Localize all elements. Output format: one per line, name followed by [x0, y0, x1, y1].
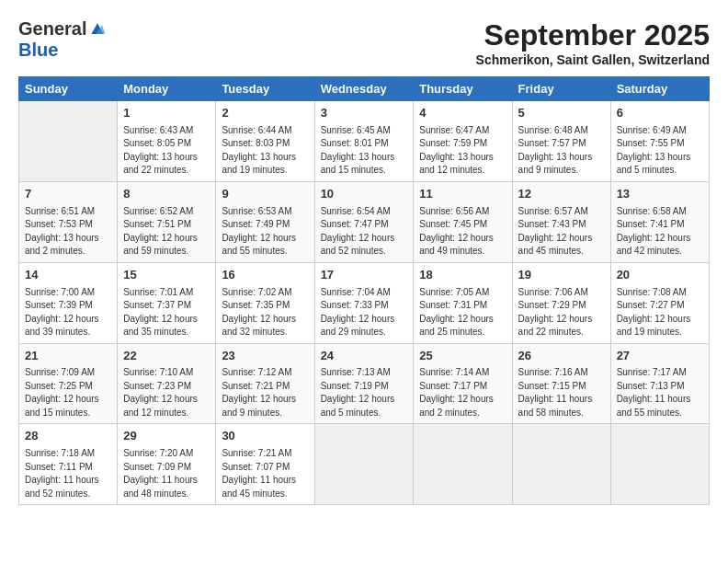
- day-info: Sunrise: 7:09 AMSunset: 7:25 PMDaylight:…: [25, 366, 111, 419]
- calendar-cell: [512, 424, 610, 505]
- day-info: Sunrise: 7:16 AMSunset: 7:15 PMDaylight:…: [518, 366, 605, 419]
- logo: General Blue: [18, 18, 107, 61]
- header-day-wednesday: Wednesday: [314, 77, 414, 101]
- day-info: Sunrise: 7:12 AMSunset: 7:21 PMDaylight:…: [222, 366, 308, 419]
- calendar-cell: [414, 424, 512, 505]
- day-info: Sunrise: 7:02 AMSunset: 7:35 PMDaylight:…: [222, 286, 308, 339]
- day-number: 13: [617, 186, 703, 203]
- day-info: Sunrise: 6:43 AMSunset: 8:05 PMDaylight:…: [123, 124, 210, 178]
- day-number: 20: [617, 267, 703, 284]
- day-number: 5: [518, 105, 605, 122]
- header-day-thursday: Thursday: [414, 77, 512, 101]
- week-row-4: 21Sunrise: 7:09 AMSunset: 7:25 PMDayligh…: [19, 343, 710, 424]
- day-number: 26: [518, 348, 605, 365]
- week-row-5: 28Sunrise: 7:18 AMSunset: 7:11 PMDayligh…: [19, 424, 710, 505]
- day-info: Sunrise: 7:18 AMSunset: 7:11 PMDaylight:…: [25, 447, 111, 500]
- day-number: 8: [123, 186, 210, 203]
- calendar-table: SundayMondayTuesdayWednesdayThursdayFrid…: [18, 76, 710, 505]
- week-row-2: 7Sunrise: 6:51 AMSunset: 7:53 PMDaylight…: [19, 181, 710, 262]
- day-info: Sunrise: 6:44 AMSunset: 8:03 PMDaylight:…: [222, 124, 308, 178]
- title-block: September 2025 Schmerikon, Saint Gallen,…: [476, 18, 710, 67]
- calendar-cell: 9Sunrise: 6:53 AMSunset: 7:49 PMDaylight…: [216, 181, 314, 262]
- day-info: Sunrise: 6:48 AMSunset: 7:57 PMDaylight:…: [518, 124, 605, 178]
- calendar-cell: 30Sunrise: 7:21 AMSunset: 7:07 PMDayligh…: [216, 424, 314, 505]
- day-number: 11: [419, 186, 506, 203]
- calendar-cell: 7Sunrise: 6:51 AMSunset: 7:53 PMDaylight…: [19, 181, 118, 262]
- day-info: Sunrise: 6:51 AMSunset: 7:53 PMDaylight:…: [25, 205, 111, 259]
- day-info: Sunrise: 6:54 AMSunset: 7:47 PMDaylight:…: [321, 205, 408, 259]
- day-number: 4: [419, 105, 506, 122]
- header-day-sunday: Sunday: [19, 77, 118, 101]
- header-day-monday: Monday: [118, 77, 216, 101]
- header-day-friday: Friday: [512, 77, 610, 101]
- day-info: Sunrise: 6:49 AMSunset: 7:55 PMDaylight:…: [617, 124, 703, 178]
- day-number: 7: [25, 186, 111, 203]
- location-title: Schmerikon, Saint Gallen, Switzerland: [476, 52, 710, 67]
- calendar-cell: 2Sunrise: 6:44 AMSunset: 8:03 PMDaylight…: [216, 101, 314, 182]
- day-info: Sunrise: 7:06 AMSunset: 7:29 PMDaylight:…: [518, 286, 605, 339]
- header-day-saturday: Saturday: [610, 77, 709, 101]
- day-number: 14: [25, 267, 111, 284]
- day-number: 17: [321, 267, 408, 284]
- page-header: General Blue September 2025 Schmerikon, …: [18, 18, 710, 67]
- day-info: Sunrise: 7:13 AMSunset: 7:19 PMDaylight:…: [321, 366, 408, 419]
- day-info: Sunrise: 6:53 AMSunset: 7:49 PMDaylight:…: [222, 205, 308, 259]
- day-info: Sunrise: 6:56 AMSunset: 7:45 PMDaylight:…: [419, 205, 506, 259]
- calendar-cell: 19Sunrise: 7:06 AMSunset: 7:29 PMDayligh…: [512, 262, 610, 343]
- logo-icon: [88, 20, 107, 39]
- calendar-cell: 13Sunrise: 6:58 AMSunset: 7:41 PMDayligh…: [610, 181, 709, 262]
- logo-blue: Blue: [18, 40, 58, 61]
- header-row: SundayMondayTuesdayWednesdayThursdayFrid…: [19, 77, 710, 101]
- day-info: Sunrise: 7:08 AMSunset: 7:27 PMDaylight:…: [617, 286, 703, 339]
- day-number: 15: [123, 267, 210, 284]
- day-number: 19: [518, 267, 605, 284]
- day-number: 21: [25, 348, 111, 365]
- calendar-cell: 15Sunrise: 7:01 AMSunset: 7:37 PMDayligh…: [118, 262, 216, 343]
- day-info: Sunrise: 6:58 AMSunset: 7:41 PMDaylight:…: [617, 205, 703, 259]
- calendar-cell: 6Sunrise: 6:49 AMSunset: 7:55 PMDaylight…: [610, 101, 709, 182]
- calendar-cell: 24Sunrise: 7:13 AMSunset: 7:19 PMDayligh…: [314, 343, 414, 424]
- day-number: 29: [123, 428, 210, 445]
- day-info: Sunrise: 7:01 AMSunset: 7:37 PMDaylight:…: [123, 286, 210, 339]
- day-number: 2: [222, 105, 308, 122]
- calendar-cell: 5Sunrise: 6:48 AMSunset: 7:57 PMDaylight…: [512, 101, 610, 182]
- calendar-cell: 16Sunrise: 7:02 AMSunset: 7:35 PMDayligh…: [216, 262, 314, 343]
- day-number: 3: [321, 105, 408, 122]
- calendar-cell: 27Sunrise: 7:17 AMSunset: 7:13 PMDayligh…: [610, 343, 709, 424]
- calendar-cell: 26Sunrise: 7:16 AMSunset: 7:15 PMDayligh…: [512, 343, 610, 424]
- calendar-cell: [19, 101, 118, 182]
- calendar-cell: 10Sunrise: 6:54 AMSunset: 7:47 PMDayligh…: [314, 181, 414, 262]
- day-number: 16: [222, 267, 308, 284]
- day-info: Sunrise: 6:47 AMSunset: 7:59 PMDaylight:…: [419, 124, 506, 178]
- calendar-cell: 29Sunrise: 7:20 AMSunset: 7:09 PMDayligh…: [118, 424, 216, 505]
- calendar-cell: 21Sunrise: 7:09 AMSunset: 7:25 PMDayligh…: [19, 343, 118, 424]
- day-number: 18: [419, 267, 506, 284]
- calendar-cell: 1Sunrise: 6:43 AMSunset: 8:05 PMDaylight…: [118, 101, 216, 182]
- month-year-title: September 2025: [476, 18, 710, 52]
- day-info: Sunrise: 7:20 AMSunset: 7:09 PMDaylight:…: [123, 447, 210, 500]
- day-info: Sunrise: 6:52 AMSunset: 7:51 PMDaylight:…: [123, 205, 210, 259]
- calendar-cell: 11Sunrise: 6:56 AMSunset: 7:45 PMDayligh…: [414, 181, 512, 262]
- day-info: Sunrise: 7:05 AMSunset: 7:31 PMDaylight:…: [419, 286, 506, 339]
- day-number: 25: [419, 348, 506, 365]
- day-info: Sunrise: 6:57 AMSunset: 7:43 PMDaylight:…: [518, 205, 605, 259]
- day-info: Sunrise: 7:04 AMSunset: 7:33 PMDaylight:…: [321, 286, 408, 339]
- day-number: 27: [617, 348, 703, 365]
- day-info: Sunrise: 7:21 AMSunset: 7:07 PMDaylight:…: [222, 447, 308, 500]
- day-number: 30: [222, 428, 308, 445]
- day-number: 1: [123, 105, 210, 122]
- day-number: 6: [617, 105, 703, 122]
- week-row-3: 14Sunrise: 7:00 AMSunset: 7:39 PMDayligh…: [19, 262, 710, 343]
- header-day-tuesday: Tuesday: [216, 77, 314, 101]
- day-number: 9: [222, 186, 308, 203]
- calendar-cell: 14Sunrise: 7:00 AMSunset: 7:39 PMDayligh…: [19, 262, 118, 343]
- day-info: Sunrise: 7:10 AMSunset: 7:23 PMDaylight:…: [123, 366, 210, 419]
- calendar-cell: [314, 424, 414, 505]
- calendar-cell: 3Sunrise: 6:45 AMSunset: 8:01 PMDaylight…: [314, 101, 414, 182]
- calendar-cell: 20Sunrise: 7:08 AMSunset: 7:27 PMDayligh…: [610, 262, 709, 343]
- day-info: Sunrise: 7:17 AMSunset: 7:13 PMDaylight:…: [617, 366, 703, 419]
- calendar-cell: 4Sunrise: 6:47 AMSunset: 7:59 PMDaylight…: [414, 101, 512, 182]
- calendar-cell: 23Sunrise: 7:12 AMSunset: 7:21 PMDayligh…: [216, 343, 314, 424]
- day-number: 22: [123, 348, 210, 365]
- day-number: 12: [518, 186, 605, 203]
